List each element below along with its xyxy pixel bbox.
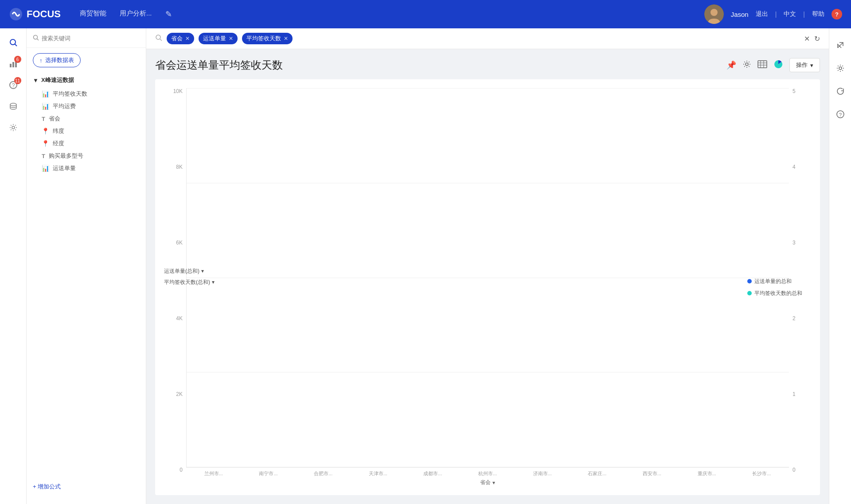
svg-point-12 <box>34 35 38 39</box>
chart-legend: 运送单量的总和 平均签收天数的总和 <box>747 278 802 297</box>
nav-right: Jason 退出 | 中文 | 帮助 ? <box>704 4 842 24</box>
metric-icon-avg-days: 📊 <box>42 90 49 97</box>
data-tree: ▼ X峰速运数据 📊 平均签收天数 📊 平均运费 T 省会 📍 纬度 📍 经 <box>27 73 146 476</box>
x-axis-label: 石家庄... <box>570 470 625 477</box>
rt-help-icon[interactable]: ? <box>832 106 848 122</box>
nav-link-user-analysis[interactable]: 用户分析... <box>120 9 152 19</box>
bars-container <box>187 88 789 467</box>
tree-item-province[interactable]: T 省会 <box>33 112 140 125</box>
table-view-icon[interactable] <box>757 60 767 70</box>
chart-badge: 6 <box>14 56 21 63</box>
metric-label-avg-days[interactable]: 平均签收天数(总和) ▾ <box>164 279 235 286</box>
chart-header: 省会运送单量平均签收天数 📌 <box>155 58 820 72</box>
chart-inner: 10K 8K 6K 4K 2K 0 运送单量(总和) ▾ <box>164 88 811 486</box>
svg-line-13 <box>37 39 39 41</box>
legend-color-blue <box>747 279 752 283</box>
add-formula-button[interactable]: + 增加公式 <box>33 480 140 493</box>
select-data-button[interactable]: ↑ 选择数据表 <box>33 53 81 67</box>
rt-refresh-icon[interactable] <box>832 83 848 99</box>
filter-tag-avg-days[interactable]: 平均签收天数 ✕ <box>242 33 293 44</box>
sidebar-settings-icon[interactable] <box>5 120 21 136</box>
main-layout: 6 ? 11 <box>0 28 851 504</box>
rt-expand-icon[interactable] <box>832 37 848 53</box>
search-input[interactable] <box>42 35 140 42</box>
user-name: Jason <box>731 11 749 18</box>
sidebar-question-icon[interactable]: ? 11 <box>5 77 21 93</box>
svg-line-15 <box>160 39 162 41</box>
svg-text:?: ? <box>839 112 841 117</box>
filter-tag-shipment[interactable]: 运送单量 ✕ <box>199 33 238 44</box>
sidebar-chart-icon[interactable]: 6 <box>5 56 21 72</box>
nav-links: 商贸智能 用户分析... ✎ <box>80 9 691 19</box>
remove-shipment-tag[interactable]: ✕ <box>229 35 233 42</box>
pin-icon[interactable]: 📌 <box>726 60 736 70</box>
content-area: 省会 ✕ 运送单量 ✕ 平均签收天数 ✕ ✕ ↻ 省会运送单量平均签收天数 📌 <box>146 28 829 504</box>
tree-item-avg-days[interactable]: 📊 平均签收天数 <box>33 88 140 100</box>
nav-link-commerce[interactable]: 商贸智能 <box>80 9 106 19</box>
sidebar-database-icon[interactable] <box>5 98 21 114</box>
x-axis-label: 济南市... <box>515 470 570 477</box>
data-panel: ↑ 选择数据表 ▼ X峰速运数据 📊 平均签收天数 📊 平均运费 T 省会 📍 <box>27 28 146 504</box>
svg-rect-17 <box>758 61 767 68</box>
top-navigation: FOCUS 商贸智能 用户分析... ✎ Jason 退出 | 中文 | 帮助 … <box>0 0 851 28</box>
svg-rect-6 <box>12 62 14 67</box>
filter-refresh-button[interactable]: ↻ <box>814 35 820 43</box>
pie-chart-icon[interactable] <box>773 59 783 71</box>
filter-tag-province[interactable]: 省会 ✕ <box>167 33 194 44</box>
tree-item-model[interactable]: T 购买最多型号 <box>33 150 140 162</box>
x-axis-label: 长沙市... <box>734 470 789 477</box>
logout-button[interactable]: 退出 <box>756 10 768 18</box>
svg-point-14 <box>156 35 160 39</box>
x-axis-label: 重庆市... <box>679 470 734 477</box>
operations-button[interactable]: 操作 ▾ <box>789 58 820 72</box>
svg-text:?: ? <box>12 82 15 89</box>
chart-body: 运送单量(总和) ▾ 平均签收天数(总和) ▾ <box>186 88 789 486</box>
tree-item-lng[interactable]: 📍 经度 <box>33 137 140 150</box>
remove-province-tag[interactable]: ✕ <box>185 35 190 42</box>
svg-point-22 <box>839 67 842 70</box>
help-badge[interactable]: ? <box>831 9 842 19</box>
edit-icon[interactable]: ✎ <box>165 9 172 19</box>
chart-bars-area <box>186 88 789 468</box>
svg-point-11 <box>12 126 15 129</box>
x-axis-title: 省会 ▾ <box>186 479 789 486</box>
x-axis-label: 杭州市... <box>460 470 515 477</box>
tree-group-header[interactable]: ▼ X峰速运数据 <box>33 76 140 84</box>
left-sidebar: 6 ? 11 <box>0 28 27 504</box>
tree-item-shipment[interactable]: 📊 运送单量 <box>33 162 140 174</box>
svg-point-10 <box>10 103 16 106</box>
remove-avgdays-tag[interactable]: ✕ <box>284 35 288 42</box>
app-name: FOCUS <box>27 8 61 20</box>
rt-settings-icon[interactable] <box>832 60 848 76</box>
metric-label-shipment[interactable]: 运送单量(总和) ▾ <box>164 268 235 275</box>
x-axis-labels: 兰州市...南宁市...合肥市...天津市...成都市...杭州市...济南市.… <box>186 470 789 477</box>
x-axis-label: 成都市... <box>406 470 461 477</box>
legend-item-blue: 运送单量的总和 <box>747 278 802 285</box>
x-axis-label: 天津市... <box>351 470 406 477</box>
filter-search-icon <box>155 34 162 43</box>
tree-item-avg-fee[interactable]: 📊 平均运费 <box>33 100 140 112</box>
avatar <box>704 4 724 24</box>
geo-icon-lng: 📍 <box>42 140 49 147</box>
language-switch[interactable]: 中文 <box>784 10 796 18</box>
geo-icon-lat: 📍 <box>42 128 49 135</box>
sidebar-search-icon[interactable] <box>5 35 21 50</box>
legend-color-cyan <box>747 291 752 295</box>
help-link[interactable]: 帮助 <box>812 10 824 18</box>
logo: FOCUS <box>9 7 66 21</box>
chart-section: 省会运送单量平均签收天数 📌 <box>146 49 829 504</box>
legend-item-cyan: 平均签收天数的总和 <box>747 290 802 297</box>
chart-container: 10K 8K 6K 4K 2K 0 运送单量(总和) ▾ <box>155 79 820 495</box>
tree-item-lat[interactable]: 📍 纬度 <box>33 125 140 137</box>
data-search-icon <box>33 35 39 42</box>
filter-clear-button[interactable]: ✕ <box>804 35 810 43</box>
svg-line-4 <box>15 44 17 47</box>
chart-actions: 📌 <box>726 58 820 72</box>
chart-settings-icon[interactable] <box>742 60 751 71</box>
chart-title: 省会运送单量平均签收天数 <box>155 58 726 72</box>
svg-point-2 <box>710 9 718 16</box>
right-toolbar: ? <box>829 28 851 504</box>
metric-icon-avg-fee: 📊 <box>42 103 49 110</box>
x-axis-label: 合肥市... <box>296 470 351 477</box>
question-badge: 11 <box>14 77 21 84</box>
